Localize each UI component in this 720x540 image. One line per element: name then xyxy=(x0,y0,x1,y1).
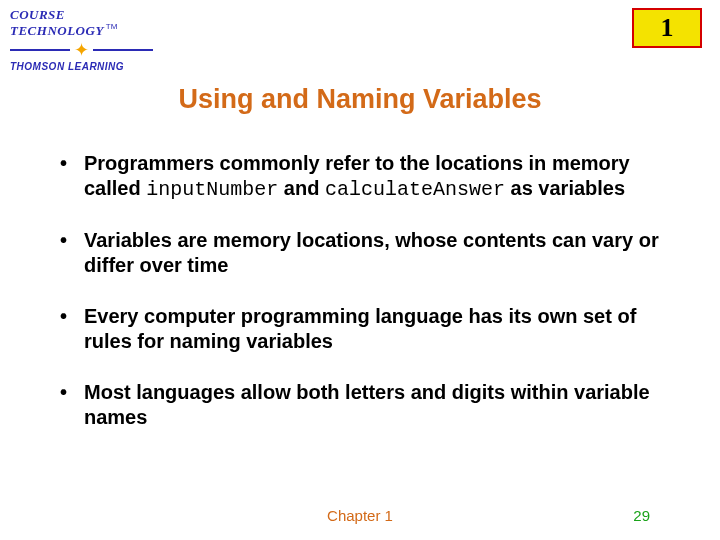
code-span: calculateAnswer xyxy=(325,178,505,201)
list-item: Variables are memory locations, whose co… xyxy=(60,228,664,278)
slide-footer: Chapter 1 29 xyxy=(0,507,720,524)
bullet-list: Programmers commonly refer to the locati… xyxy=(0,115,720,430)
trademark: TM xyxy=(106,22,118,31)
star-icon: ✦ xyxy=(74,41,89,59)
header-row: COURSE TECHNOLOGYTM ✦ THOMSON LEARNING 1 xyxy=(0,0,720,72)
chapter-badge: 1 xyxy=(632,8,702,48)
code-span: inputNumber xyxy=(146,178,278,201)
logo-divider: ✦ xyxy=(10,41,153,59)
footer-chapter: Chapter 1 xyxy=(327,507,393,524)
bullet-text: and xyxy=(278,177,325,199)
logo-line: COURSE xyxy=(10,6,153,22)
logo-technology: TECHNOLOGY xyxy=(10,23,104,38)
list-item: Every computer programming language has … xyxy=(60,304,664,354)
bullet-text: as variables xyxy=(505,177,625,199)
footer-page-number: 29 xyxy=(633,507,650,524)
publisher-logo: COURSE TECHNOLOGYTM ✦ THOMSON LEARNING xyxy=(10,6,153,72)
slide-title: Using and Naming Variables xyxy=(0,84,720,115)
logo-line: TECHNOLOGYTM xyxy=(10,22,153,38)
list-item: Programmers commonly refer to the locati… xyxy=(60,151,664,202)
logo-brand: THOMSON LEARNING xyxy=(10,62,153,72)
list-item: Most languages allow both letters and di… xyxy=(60,380,664,430)
logo-course: COURSE xyxy=(10,7,65,22)
